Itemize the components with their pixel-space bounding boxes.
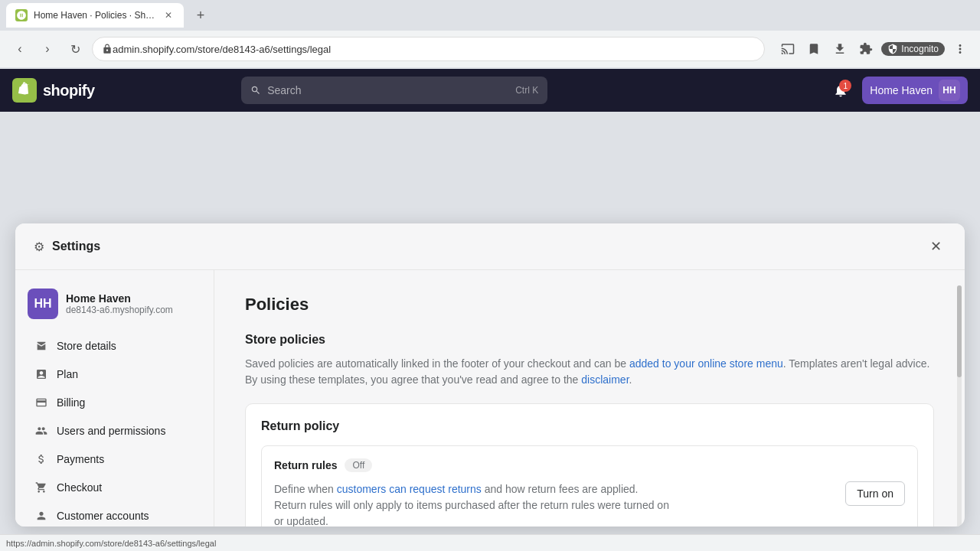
browser-actions: Incognito [777,38,971,60]
return-rules-header: Return rules Off [274,458,905,472]
return-rules-status-badge: Off [345,458,372,472]
forward-button[interactable]: › [37,38,58,60]
sidebar-label-users-permissions: Users and permissions [57,425,165,437]
return-rules-desc-pre: Define when [274,483,337,495]
notification-button[interactable]: 1 [828,78,853,103]
store-policies-title: Store policies [245,333,934,347]
cast-icon[interactable] [777,38,799,60]
address-bar[interactable]: admin.shopify.com/store/de8143-a6/settin… [92,37,765,61]
return-rules-section: Return rules Off Define when customers c… [261,445,918,527]
settings-modal: ⚙ Settings ✕ HH Home Haven de8143-a6.mys… [15,223,965,527]
sidebar-item-payments[interactable]: Payments [21,445,207,473]
online-store-menu-link[interactable]: added to your online store menu [629,357,783,370]
menu-icon[interactable] [949,38,971,60]
status-bar: https://admin.shopify.com/store/de8143-a… [0,534,980,551]
reload-button[interactable]: ↻ [64,38,86,60]
incognito-label: Incognito [901,44,939,54]
download-icon[interactable] [829,38,851,60]
return-rules-description: Define when customers can request return… [274,481,672,527]
return-policy-card: Return policy Return rules Off Define wh… [245,403,934,527]
sidebar-item-users-permissions[interactable]: Users and permissions [21,417,207,445]
sidebar-store-name: Home Haven [66,292,173,305]
extensions-icon[interactable] [855,38,877,60]
search-shortcut: Ctrl K [515,85,538,96]
sidebar-item-store-details[interactable]: Store details [21,332,207,360]
status-url: https://admin.shopify.com/store/de8143-a… [6,539,216,548]
bookmark-icon[interactable] [803,38,825,60]
header-right: 1 Home Haven HH [828,77,968,104]
users-permissions-icon [34,423,49,439]
sidebar-label-plan: Plan [57,368,78,380]
store-details-icon [34,338,49,354]
sidebar-store-logo: HH [28,289,58,319]
app-header: shopify Search Ctrl K 1 Home Haven HH [0,69,980,112]
settings-header: ⚙ Settings ✕ [15,223,965,270]
customer-accounts-icon [34,508,49,523]
settings-sidebar: HH Home Haven de8143-a6.myshopify.com St… [15,270,214,527]
browser-toolbar: ‹ › ↻ admin.shopify.com/store/de8143-a6/… [0,31,980,67]
new-tab-button[interactable]: + [190,5,211,26]
sidebar-label-billing: Billing [57,396,85,409]
store-policies-description: Saved policies are automatically linked … [245,356,934,388]
plan-icon [34,367,49,382]
sidebar-label-customer-accounts: Customer accounts [57,510,149,522]
policy-desc-pre: Saved policies are automatically linked … [245,357,629,370]
browser-tab[interactable]: Home Haven · Policies · Shopify ✕ [6,3,184,28]
payments-icon [34,452,49,467]
sidebar-item-billing[interactable]: Billing [21,389,207,416]
header-search[interactable]: Search Ctrl K [241,77,547,104]
settings-title: Settings [52,240,100,253]
store-info: HH Home Haven de8143-a6.myshopify.com [15,282,214,331]
incognito-badge: Incognito [881,42,945,56]
store-name-header: Home Haven [870,84,933,96]
tab-favicon [15,9,28,21]
search-label: Search [267,84,301,96]
customers-request-returns-link[interactable]: customers can request returns [337,483,482,495]
settings-main-content: Policies Store policies Saved policies a… [214,270,965,527]
tab-close-button[interactable]: ✕ [162,9,175,21]
scrollbar-track [957,285,962,527]
sidebar-label-store-details: Store details [57,340,116,352]
store-selector[interactable]: Home Haven HH [862,77,968,104]
policy-desc-post: . [629,373,632,386]
turn-on-button[interactable]: Turn on [845,481,905,506]
settings-close-button[interactable]: ✕ [925,236,946,257]
page-title: Policies [245,295,934,315]
settings-gear-icon: ⚙ [34,240,44,254]
return-rules-content: Define when customers can request return… [274,481,905,527]
notification-badge: 1 [839,80,851,92]
sidebar-item-customer-accounts[interactable]: Customer accounts [21,502,207,527]
sidebar-store-domain: de8143-a6.myshopify.com [66,305,173,315]
scrollbar-thumb[interactable] [957,285,962,377]
back-button[interactable]: ‹ [9,38,31,60]
sidebar-label-payments: Payments [57,453,104,465]
shopify-logo: shopify [12,78,95,103]
url-text: admin.shopify.com/store/de8143-a6/settin… [113,44,331,55]
sidebar-item-checkout[interactable]: Checkout [21,474,207,501]
return-policy-title: Return policy [261,419,918,433]
billing-icon [34,395,49,410]
store-avatar: HH [939,80,960,101]
logo-text: shopify [43,82,95,99]
sidebar-item-plan[interactable]: Plan [21,360,207,388]
tab-title: Home Haven · Policies · Shopify [34,10,156,21]
browser-titlebar: Home Haven · Policies · Shopify ✕ + [0,0,980,31]
checkout-icon [34,480,49,495]
settings-body: HH Home Haven de8143-a6.myshopify.com St… [15,270,965,527]
disclaimer-link[interactable]: disclaimer [581,373,629,386]
sidebar-label-checkout: Checkout [57,481,102,494]
return-rules-label: Return rules [274,459,337,471]
